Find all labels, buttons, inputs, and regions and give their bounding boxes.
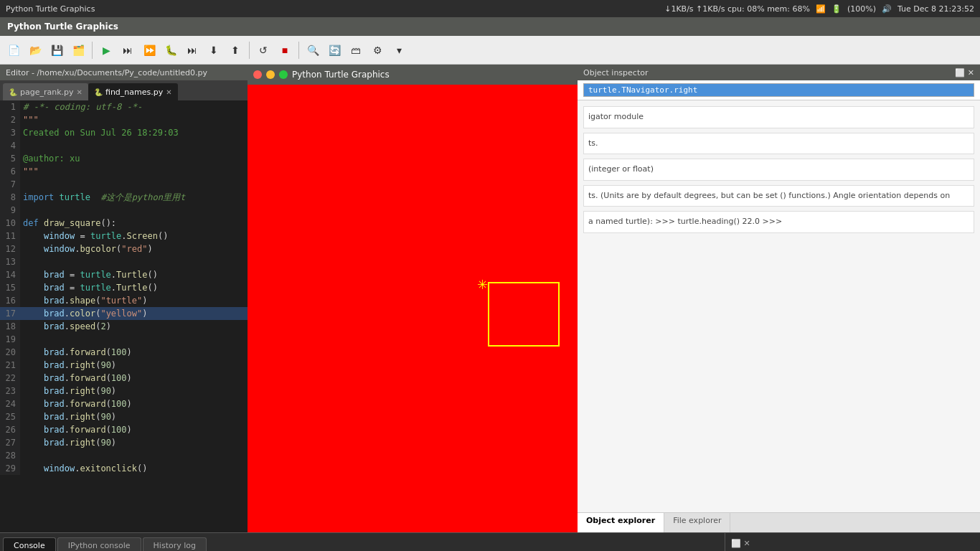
toolbar-separator-3 xyxy=(298,42,299,59)
replace-button[interactable]: 🔄 xyxy=(324,39,345,61)
tab-ipython-console[interactable]: IPython console xyxy=(57,537,141,551)
turtle-canvas-section: Python Turtle Graphics ✳ xyxy=(248,65,578,532)
code-line-20: 20 brad.forward(100) xyxy=(0,346,248,359)
tab-label-page-rank: page_rank.py xyxy=(20,88,74,97)
code-line-22: 22 brad.forward(100) xyxy=(0,372,248,385)
app-title: Python Turtle Graphics xyxy=(7,22,118,32)
code-line-23: 23 brad.right(90) xyxy=(0,385,248,397)
inspector-desc-1: igator module xyxy=(583,106,974,128)
run-selection-button[interactable]: ⏩ xyxy=(138,39,160,61)
inspector-close-icon[interactable]: ✕ xyxy=(968,68,974,77)
win-close-button[interactable] xyxy=(253,70,262,79)
tab-history-log[interactable]: History log xyxy=(143,537,207,551)
battery-percent: (100%) xyxy=(847,4,876,14)
tab-find-names[interactable]: 🐍 find_names.py ✕ xyxy=(88,83,178,100)
inspector-restore-icon[interactable]: ⬜ xyxy=(955,68,965,77)
editor-path: Editor - /home/xu/Documents/Py_code/unti… xyxy=(6,68,207,77)
turtle-drawn-square xyxy=(488,282,560,347)
tab-label-find-names: find_names.py xyxy=(105,88,163,97)
right-bottom-icons-left: ⬜ ✕ xyxy=(731,539,750,548)
inspector-header-icons: ⬜ ✕ xyxy=(955,68,974,77)
code-line-17: 17 brad.color("yellow") xyxy=(0,307,248,320)
toolbar-run-group: ▶ ⏭ ⏩ 🐛 ⏭ ⬇ ⬆ xyxy=(95,39,246,61)
app-title-bar: Python Turtle Graphics xyxy=(0,17,980,36)
code-line-12: 12 window.bgcolor("red") xyxy=(0,242,248,255)
system-bar: Python Turtle Graphics ↓1KB/s ↑1KB/s cpu… xyxy=(0,0,980,17)
run-cell-button[interactable]: ⏭ xyxy=(117,39,138,61)
tab-close-page-rank[interactable]: ✕ xyxy=(77,88,83,96)
console-section: Console IPython console History log 00:0… xyxy=(0,533,725,551)
tab-icon-find-names: 🐍 xyxy=(94,88,103,96)
inspector-content: igator module ts. (integer or float) ts.… xyxy=(578,100,980,512)
inspector-tabs: Object explorer File explorer xyxy=(578,512,980,532)
code-line-10: 10 def draw_square(): xyxy=(0,217,248,230)
turtle-canvas: ✳ xyxy=(248,85,578,532)
editor-header: Editor - /home/xu/Documents/Py_code/unti… xyxy=(0,65,248,80)
tab-close-find-names[interactable]: ✕ xyxy=(166,88,171,96)
code-line-25: 25 brad.right(90) xyxy=(0,410,248,423)
system-bar-left: Python Turtle Graphics xyxy=(6,4,95,14)
code-line-29: 29 window.exitonclick() xyxy=(0,462,248,475)
toolbar: 📄 📂 💾 🗂️ ▶ ⏭ ⏩ 🐛 ⏭ ⬇ ⬆ ↺ ■ 🔍 🔄 🗃 ⚙ ▾ xyxy=(0,36,980,65)
tab-console[interactable]: Console xyxy=(3,537,56,551)
app-name: Python Turtle Graphics xyxy=(6,4,95,14)
tab-file-explorer[interactable]: File explorer xyxy=(664,513,730,532)
code-line-19: 19 xyxy=(0,333,248,346)
find-in-files-button[interactable]: 🗃 xyxy=(345,39,367,61)
code-line-24: 24 brad.forward(100) xyxy=(0,397,248,410)
run-button[interactable]: ▶ xyxy=(95,39,117,61)
console-tabs: Console IPython console History log xyxy=(0,533,725,551)
volume-icon: 🔊 xyxy=(882,4,892,14)
toolbar-control-group: ↺ ■ xyxy=(253,39,296,61)
step-out-button[interactable]: ⬆ xyxy=(225,39,246,61)
editor-section: Editor - /home/xu/Documents/Py_code/unti… xyxy=(0,65,248,532)
system-bar-right: ↓1KB/s ↑1KB/s cpu: 08% mem: 68% 📶 🔋 (100… xyxy=(664,4,974,14)
inspector-desc-4: ts. (Units are by default degrees, but c… xyxy=(583,185,974,207)
more-button[interactable]: ▾ xyxy=(388,39,410,61)
code-line-2: 2 """ xyxy=(0,113,248,126)
bottom-area: Console IPython console History log 00:0… xyxy=(0,532,980,551)
inspector-header: Object inspector ⬜ ✕ xyxy=(578,65,980,80)
inspector-title: Object inspector xyxy=(583,68,648,77)
stop-button[interactable]: ■ xyxy=(274,39,296,61)
code-line-16: 16 brad.shape("turtle") xyxy=(0,294,248,307)
code-editor[interactable]: 1 # -*- coding: utf-8 -*- 2 """ 3 Create… xyxy=(0,100,248,532)
toolbar-separator-2 xyxy=(249,42,250,59)
inspector-desc-3: (integer or float) xyxy=(583,159,974,181)
save-button[interactable]: 💾 xyxy=(46,39,67,61)
step-into-button[interactable]: ⬇ xyxy=(203,39,225,61)
inspector-desc-2: ts. xyxy=(583,133,974,155)
step-over-button[interactable]: ⏭ xyxy=(182,39,203,61)
turtle-sprite: ✳ xyxy=(477,277,488,292)
code-line-11: 11 window = turtle.Screen() xyxy=(0,230,248,242)
open-file-button[interactable]: 📂 xyxy=(24,39,46,61)
win-max-button[interactable] xyxy=(279,70,288,79)
main-area: Editor - /home/xu/Documents/Py_code/unti… xyxy=(0,65,980,532)
turtle-window-title: Python Turtle Graphics xyxy=(292,70,390,80)
turtle-window-titlebar: Python Turtle Graphics xyxy=(248,65,578,85)
right-bottom-panel: ⬜ ✕ xyxy=(725,533,980,551)
code-line-8: 8 import turtle #这个是python里用t xyxy=(0,191,248,204)
battery-icon: 🔋 xyxy=(831,4,842,14)
code-line-28: 28 xyxy=(0,449,248,462)
toolbar-file-group: 📄 📂 💾 🗂️ xyxy=(3,39,89,61)
code-line-6: 6 """ xyxy=(0,165,248,178)
toolbar-separator-1 xyxy=(92,42,93,59)
save-all-button[interactable]: 🗂️ xyxy=(67,39,89,61)
win-min-button[interactable] xyxy=(266,70,275,79)
inspector-search-input[interactable]: turtle.TNavigator.right xyxy=(583,83,974,97)
tab-object-explorer[interactable]: Object explorer xyxy=(578,513,664,532)
code-line-1: 1 # -*- coding: utf-8 -*- xyxy=(0,100,248,113)
tab-page-rank[interactable]: 🐍 page_rank.py ✕ xyxy=(3,83,88,100)
code-line-26: 26 brad.forward(100) xyxy=(0,423,248,436)
sys-stats: ↓1KB/s ↑1KB/s cpu: 08% mem: 68% xyxy=(664,4,810,14)
find-button[interactable]: 🔍 xyxy=(302,39,324,61)
wifi-icon: 📶 xyxy=(816,4,826,14)
object-inspector-panel: Object inspector ⬜ ✕ turtle.TNavigator.r… xyxy=(578,65,980,532)
restart-button[interactable]: ↺ xyxy=(253,39,274,61)
editor-tabs-bar: 🐍 page_rank.py ✕ 🐍 find_names.py ✕ xyxy=(0,80,248,100)
preferences-button[interactable]: ⚙ xyxy=(367,39,388,61)
code-line-15: 15 brad = turtle.Turtle() xyxy=(0,281,248,294)
new-file-button[interactable]: 📄 xyxy=(3,39,24,61)
debug-button[interactable]: 🐛 xyxy=(160,39,182,61)
